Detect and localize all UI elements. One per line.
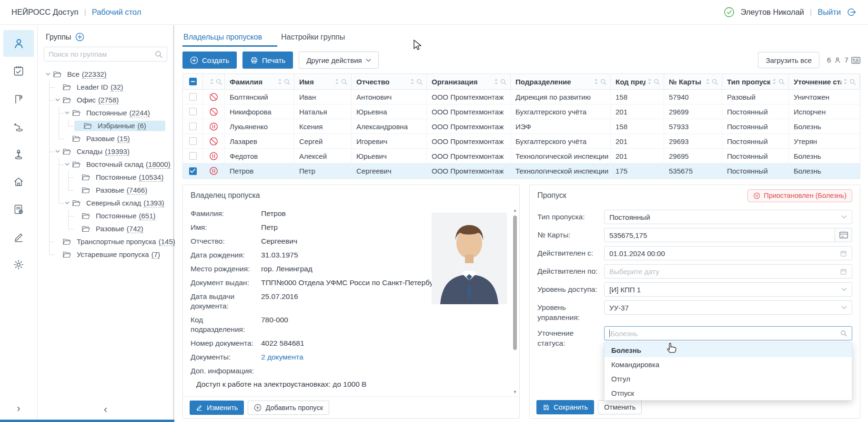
tree-expand-icon[interactable] (46, 72, 53, 76)
tree-item[interactable]: Все(22332) (44, 68, 167, 81)
dropdown-option[interactable]: Командировка (605, 357, 852, 371)
calendar-icon[interactable] (840, 268, 847, 275)
column-search-icon[interactable] (712, 79, 718, 85)
tree-item[interactable]: Восточный склад(18000) (44, 158, 167, 171)
tab-group-settings[interactable]: Настройки группы (280, 30, 346, 47)
workspace-link[interactable]: Рабочий стол (92, 8, 141, 17)
table-row[interactable]: НикифороваНатальяЮрьевнаООО Промтехмонта… (183, 104, 860, 119)
sort-icon[interactable] (772, 78, 777, 85)
row-checkbox[interactable] (189, 123, 197, 130)
table-row[interactable]: БолтянскийИванАнтоновичООО Промтехмонтаж… (183, 90, 860, 104)
select-all-checkbox[interactable] (189, 78, 197, 85)
status-combo-input[interactable]: Болезнь (604, 326, 852, 340)
search-icon[interactable] (155, 51, 162, 58)
tree-item[interactable]: Постоянные(10534) (44, 171, 167, 184)
cancel-button[interactable]: Отменить (598, 400, 642, 414)
documents-link[interactable]: 2 документа (261, 352, 303, 362)
column-header[interactable]: Код предпр. (611, 74, 664, 89)
row-checkbox[interactable] (189, 108, 197, 115)
rail-item-settings-gear-icon[interactable] (3, 251, 34, 278)
sort-icon[interactable] (647, 78, 652, 85)
tree-item[interactable]: Leader ID(32) (44, 81, 167, 93)
sort-icon[interactable] (278, 78, 282, 85)
table-row[interactable]: ФедотовАлексейЮрьевичООО ПромтехмонтажТе… (183, 149, 860, 164)
row-checkbox[interactable] (189, 137, 197, 145)
tree-item[interactable]: Северный склад(1393) (44, 196, 167, 209)
select-field[interactable]: Постоянный (604, 210, 852, 224)
column-header[interactable]: Подразделение (511, 74, 611, 89)
column-header[interactable]: Уточнение статуса (789, 74, 860, 89)
calendar-icon[interactable] (840, 250, 847, 257)
column-search-icon[interactable] (284, 79, 290, 85)
tree-item[interactable]: Разовые(742) (44, 222, 167, 235)
column-search-icon[interactable] (654, 79, 660, 85)
logout-link[interactable]: Выйти (818, 8, 841, 17)
table-row[interactable]: ЛукьяненкоКсенияАлександровнаООО Промтех… (183, 119, 860, 134)
select-field[interactable]: УУ-37 (604, 300, 852, 315)
tree-item[interactable]: Разовые(7466) (44, 184, 167, 196)
column-search-icon[interactable] (849, 79, 856, 85)
scroll-down-icon[interactable]: ▼ (512, 390, 518, 394)
tree-item[interactable]: Постоянные(651) (44, 209, 167, 222)
groups-collapse-chevron-icon[interactable]: ‹ (104, 403, 107, 416)
column-header[interactable]: № Карты (664, 74, 722, 89)
tree-item[interactable]: Разовые(15) (44, 132, 167, 145)
column-header[interactable]: Имя (294, 74, 352, 89)
load-all-button[interactable]: Загрузить все (758, 52, 819, 68)
rail-item-home-icon[interactable] (3, 168, 34, 195)
rail-item-document-settings-icon[interactable] (3, 196, 34, 223)
sort-icon[interactable] (410, 78, 414, 85)
tree-item[interactable]: Избранные(6) (44, 119, 167, 132)
groups-search-input[interactable] (49, 50, 155, 58)
tree-expand-icon[interactable] (65, 201, 72, 205)
tree-item[interactable]: Склады(19393) (44, 145, 167, 158)
rail-item-person-icon[interactable] (3, 30, 34, 57)
logout-icon[interactable] (847, 7, 857, 17)
create-button[interactable]: Создать (182, 51, 237, 69)
table-row[interactable]: ПетровПетрСергеевичООО ПромтехмонтажТехн… (183, 164, 860, 178)
table-row[interactable]: ЛазаревСергейИгоревичООО ПромтехмонтажБу… (183, 134, 860, 149)
tree-item[interactable]: Постоянные(2244) (44, 106, 167, 119)
tree-item[interactable]: Устаревшие пропуска(7) (44, 248, 167, 261)
scrollbar-thumb[interactable] (513, 216, 517, 350)
sort-icon[interactable] (335, 78, 339, 85)
column-search-icon[interactable] (600, 79, 606, 85)
sort-icon[interactable] (843, 78, 848, 85)
rail-item-edit-icon[interactable] (3, 224, 34, 250)
add-pass-button[interactable]: Добавить пропуск (248, 401, 329, 415)
row-checkbox[interactable] (189, 167, 197, 175)
column-search-icon[interactable] (500, 79, 506, 85)
sort-icon[interactable] (594, 78, 598, 85)
select-field[interactable]: [И] КПП 1 (604, 282, 852, 297)
rail-item-visitor-zone-icon[interactable] (3, 141, 34, 167)
column-header[interactable]: Фамилия (225, 74, 294, 89)
column-header[interactable]: Тип пропуска (722, 74, 789, 89)
rail-item-pass-document-icon[interactable] (3, 85, 34, 112)
tree-expand-icon[interactable] (65, 111, 72, 114)
more-actions-button[interactable]: Другие действия (299, 51, 379, 69)
rail-expand-chevron-icon[interactable]: › (17, 402, 20, 415)
tree-item[interactable]: Транспортные пропуска(145) (44, 235, 167, 248)
card-reader-button[interactable] (835, 228, 852, 242)
column-header[interactable]: Отчество (352, 74, 427, 89)
dropdown-option[interactable]: Отгул (605, 371, 852, 386)
tree-expand-icon[interactable] (65, 163, 72, 166)
sort-icon[interactable] (494, 78, 498, 85)
date-field[interactable]: Выберите дату (604, 264, 852, 278)
card-number-input[interactable]: 535675,175 (604, 228, 852, 242)
tree-item[interactable]: Офис(2758) (44, 93, 167, 106)
tree-expand-icon[interactable] (55, 150, 63, 153)
scroll-up-icon[interactable]: ▲ (512, 208, 518, 213)
column-header[interactable]: Организация (427, 74, 511, 89)
row-checkbox[interactable] (189, 93, 197, 101)
status-column-header[interactable] (203, 74, 225, 89)
dropdown-option[interactable]: Болезнь (605, 343, 852, 357)
dropdown-option[interactable]: Отпуск (605, 386, 852, 400)
add-group-icon[interactable] (75, 32, 84, 41)
column-search-icon[interactable] (416, 79, 423, 85)
edit-owner-button[interactable]: Изменить (190, 401, 244, 415)
save-button[interactable]: Сохранить (536, 400, 594, 414)
tree-expand-icon[interactable] (55, 98, 63, 102)
tab-pass-holders[interactable]: Владельцы пропусков (182, 30, 263, 47)
column-search-icon[interactable] (778, 79, 785, 85)
